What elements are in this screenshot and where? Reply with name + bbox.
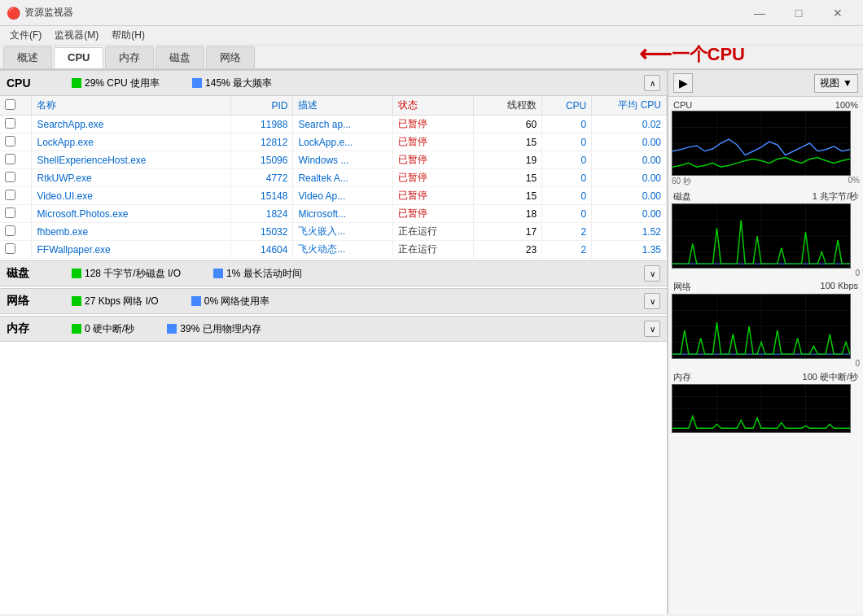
minimize-button[interactable]: — — [741, 0, 778, 26]
disk-chart-title: 磁盘 — [673, 190, 691, 203]
th-check[interactable] — [0, 96, 32, 116]
process-status: 正在运行 — [392, 223, 473, 241]
table-row[interactable]: Video.UI.exe 15148 Video Ap... 已暂停 15 0 … — [0, 187, 667, 205]
network-chart-label-row: 网络 100 Kbps — [672, 281, 860, 293]
disk-chart-max: 1 兆字节/秒 — [813, 190, 858, 203]
process-cpu: 0 — [542, 116, 592, 133]
disk-stat1-icon — [72, 269, 81, 278]
tab-memory[interactable]: 内存 — [105, 46, 154, 68]
process-cpu: 2 — [542, 241, 592, 259]
tab-overview[interactable]: 概述 — [3, 46, 52, 68]
select-all-checkbox[interactable] — [5, 99, 15, 110]
charts-container: CPU 100% — [668, 97, 863, 614]
tab-disk[interactable]: 磁盘 — [156, 46, 204, 68]
row-checkbox[interactable] — [5, 118, 15, 129]
process-status: 已暂停 — [392, 151, 473, 169]
process-threads: 19 — [474, 151, 542, 169]
network-section-title: 网络 — [7, 294, 72, 308]
network-chart-max: 100 Kbps — [821, 281, 858, 293]
process-desc: 飞火动态... — [293, 241, 392, 259]
disk-toggle[interactable]: ∨ — [644, 265, 660, 282]
cpu-chart-max: 100% — [835, 100, 858, 110]
right-panel: ▶ 视图 ▼ CPU 100% — [668, 70, 863, 614]
cpu-chart-canvas — [672, 111, 851, 176]
network-stat2-label: 0% 网络使用率 — [204, 295, 270, 308]
cpu-stat1-icon — [72, 78, 81, 88]
cpu-toggle[interactable]: ∧ — [644, 75, 660, 91]
menu-help[interactable]: 帮助(H) — [105, 27, 151, 44]
table-row[interactable]: LockApp.exe 12812 LockApp.e... 已暂停 15 0 … — [0, 133, 667, 151]
th-avgcpu[interactable]: 平均 CPU — [592, 96, 667, 116]
view-dropdown-label: 视图 — [820, 76, 839, 90]
cpu-section-title: CPU — [7, 76, 72, 90]
network-chart-title: 网络 — [673, 281, 691, 293]
table-row[interactable]: ShellExperienceHost.exe 15096 Windows ..… — [0, 151, 667, 169]
process-status: 已暂停 — [392, 169, 473, 187]
process-desc: Realtek A... — [293, 169, 392, 187]
app-icon: 🔴 — [7, 7, 20, 20]
menu-file[interactable]: 文件(F) — [3, 27, 48, 44]
process-name: fhbemb.exe — [32, 223, 231, 241]
memory-section-header[interactable]: 内存 0 硬中断/秒 39% 已用物理内存 ∨ — [0, 316, 667, 342]
table-row[interactable]: RtkUWP.exe 4772 Realtek A... 已暂停 15 0 0.… — [0, 169, 667, 187]
th-cpu[interactable]: CPU — [542, 96, 592, 116]
view-dropdown[interactable]: 视图 ▼ — [814, 74, 858, 93]
th-threads[interactable]: 线程数 — [474, 96, 542, 116]
network-stat1-icon — [72, 296, 81, 306]
table-row[interactable]: FFWallpaper.exe 14604 飞火动态... 正在运行 23 2 … — [0, 241, 667, 259]
memory-toggle[interactable]: ∨ — [644, 321, 660, 337]
process-pid: 15032 — [231, 223, 293, 241]
th-status[interactable]: 状态 — [392, 96, 473, 116]
cpu-section-header[interactable]: CPU 29% CPU 使用率 145% 最大频率 ∧ — [0, 70, 667, 96]
row-checkbox[interactable] — [5, 172, 15, 182]
disk-stat1: 128 千字节/秒磁盘 I/O — [72, 267, 181, 281]
row-checkbox[interactable] — [5, 190, 15, 200]
process-pid: 15148 — [231, 187, 293, 205]
tab-network[interactable]: 网络 — [206, 46, 255, 68]
process-avgcpu: 0.00 — [592, 187, 667, 205]
process-cpu: 0 — [542, 151, 592, 169]
memory-section-title: 内存 — [7, 321, 72, 336]
title-bar-left: 🔴 资源监视器 — [7, 6, 73, 20]
network-toggle[interactable]: ∨ — [644, 293, 660, 309]
th-desc[interactable]: 描述 — [293, 96, 392, 116]
network-section-header[interactable]: 网络 27 Kbps 网络 I/O 0% 网络使用率 ∨ — [0, 288, 667, 314]
row-checkbox[interactable] — [5, 225, 15, 236]
row-checkbox[interactable] — [5, 136, 15, 146]
memory-stat1-icon — [72, 324, 81, 334]
network-chart-bottom: 0 — [672, 359, 860, 368]
row-checkbox[interactable] — [5, 243, 15, 254]
disk-chart-bottom: 0 — [672, 269, 860, 277]
network-chart-min: 0 — [855, 359, 860, 368]
close-button[interactable]: ✕ — [819, 0, 856, 26]
network-chart-canvas — [672, 294, 851, 359]
maximize-button[interactable]: □ — [780, 0, 817, 26]
table-row[interactable]: Microsoft.Photos.exe 1824 Microsoft... 已… — [0, 205, 667, 223]
table-row[interactable]: SearchApp.exe 11988 Search ap... 已暂停 60 … — [0, 116, 667, 133]
table-row[interactable]: fhbemb.exe 15032 飞火嵌入... 正在运行 17 2 1.52 — [0, 223, 667, 241]
th-pid[interactable]: PID — [231, 96, 293, 116]
process-status: 正在运行 — [392, 241, 473, 259]
menu-bar: 文件(F) 监视器(M) 帮助(H) — [0, 26, 863, 46]
th-name[interactable]: 名称 — [32, 96, 231, 116]
play-button[interactable]: ▶ — [673, 73, 693, 93]
memory-chart-label-row: 内存 100 硬中断/秒 — [672, 371, 860, 383]
cpu-stats: 29% CPU 使用率 145% 最大频率 — [72, 76, 644, 90]
tab-cpu[interactable]: CPU — [54, 47, 103, 68]
process-threads: 15 — [474, 187, 542, 205]
process-pid: 1824 — [231, 205, 293, 223]
dropdown-arrow-icon: ▼ — [843, 77, 852, 89]
menu-monitor[interactable]: 监视器(M) — [48, 27, 105, 44]
process-name: FFWallpaper.exe — [32, 241, 231, 259]
process-threads: 15 — [474, 133, 542, 151]
process-avgcpu: 0.02 — [592, 116, 667, 133]
process-pid: 11988 — [231, 116, 293, 133]
memory-chart-canvas — [672, 384, 851, 433]
cpu-table-body: SearchApp.exe 11988 Search ap... 已暂停 60 … — [0, 116, 667, 259]
disk-stat2-label: 1% 最长活动时间 — [226, 267, 302, 281]
memory-chart-svg — [672, 385, 850, 432]
row-checkbox[interactable] — [5, 208, 15, 218]
row-checkbox[interactable] — [5, 154, 15, 164]
process-cpu: 0 — [542, 133, 592, 151]
disk-section-header[interactable]: 磁盘 128 千字节/秒磁盘 I/O 1% 最长活动时间 ∨ — [0, 260, 667, 286]
